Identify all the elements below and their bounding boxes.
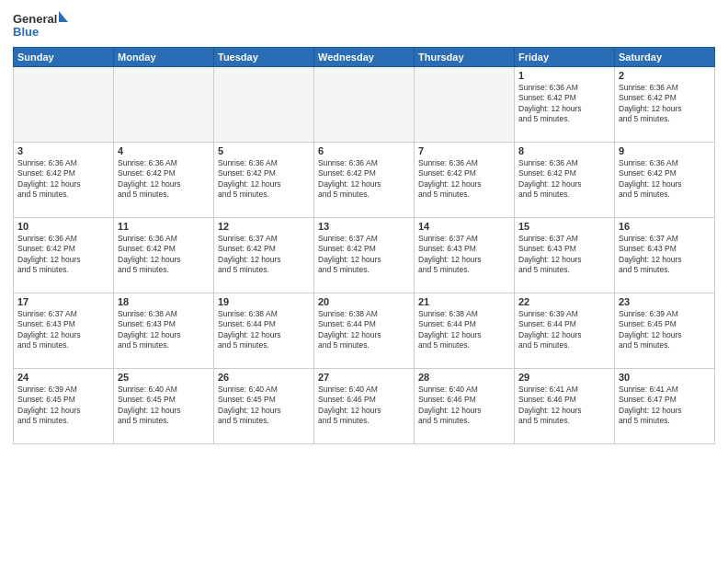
day-info: Sunrise: 6:37 AM Sunset: 6:43 PM Dayligh… — [418, 234, 510, 276]
day-cell: 30Sunrise: 6:41 AM Sunset: 6:47 PM Dayli… — [615, 369, 715, 444]
day-cell: 1Sunrise: 6:36 AM Sunset: 6:42 PM Daylig… — [515, 67, 615, 143]
day-number: 12 — [218, 221, 310, 232]
day-cell — [415, 67, 515, 143]
day-info: Sunrise: 6:41 AM Sunset: 6:46 PM Dayligh… — [518, 385, 610, 427]
col-header-wednesday: Wednesday — [314, 48, 415, 67]
week-row-5: 24Sunrise: 6:39 AM Sunset: 6:45 PM Dayli… — [14, 369, 715, 444]
day-number: 21 — [418, 296, 510, 307]
day-cell: 15Sunrise: 6:37 AM Sunset: 6:43 PM Dayli… — [515, 218, 615, 293]
week-row-1: 1Sunrise: 6:36 AM Sunset: 6:42 PM Daylig… — [14, 67, 715, 143]
day-cell: 26Sunrise: 6:40 AM Sunset: 6:45 PM Dayli… — [214, 369, 314, 444]
day-number: 13 — [318, 221, 410, 232]
day-number: 28 — [418, 372, 510, 383]
day-number: 6 — [318, 145, 410, 156]
day-info: Sunrise: 6:39 AM Sunset: 6:44 PM Dayligh… — [518, 309, 610, 351]
day-number: 1 — [518, 70, 610, 81]
day-cell: 22Sunrise: 6:39 AM Sunset: 6:44 PM Dayli… — [515, 293, 615, 369]
day-cell: 20Sunrise: 6:38 AM Sunset: 6:44 PM Dayli… — [314, 293, 415, 369]
day-cell: 17Sunrise: 6:37 AM Sunset: 6:43 PM Dayli… — [14, 293, 114, 369]
day-cell — [14, 67, 114, 143]
day-number: 18 — [118, 296, 210, 307]
day-info: Sunrise: 6:36 AM Sunset: 6:42 PM Dayligh… — [17, 158, 109, 201]
day-cell: 5Sunrise: 6:36 AM Sunset: 6:42 PM Daylig… — [214, 143, 314, 218]
calendar-table: SundayMondayTuesdayWednesdayThursdayFrid… — [13, 47, 715, 444]
day-number: 16 — [619, 221, 711, 232]
day-number: 26 — [218, 372, 310, 383]
day-cell: 27Sunrise: 6:40 AM Sunset: 6:46 PM Dayli… — [314, 369, 415, 444]
day-info: Sunrise: 6:36 AM Sunset: 6:42 PM Dayligh… — [118, 234, 210, 276]
col-header-tuesday: Tuesday — [214, 48, 314, 67]
day-number: 22 — [518, 296, 610, 307]
calendar-header-row: SundayMondayTuesdayWednesdayThursdayFrid… — [14, 48, 715, 67]
day-cell: 9Sunrise: 6:36 AM Sunset: 6:42 PM Daylig… — [615, 143, 715, 218]
day-cell: 7Sunrise: 6:36 AM Sunset: 6:42 PM Daylig… — [415, 143, 515, 218]
col-header-friday: Friday — [515, 48, 615, 67]
day-number: 4 — [118, 145, 210, 156]
day-number: 17 — [17, 296, 109, 307]
day-cell: 14Sunrise: 6:37 AM Sunset: 6:43 PM Dayli… — [415, 218, 515, 293]
day-cell: 28Sunrise: 6:40 AM Sunset: 6:46 PM Dayli… — [415, 369, 515, 444]
svg-text:General: General — [13, 12, 57, 26]
week-row-2: 3Sunrise: 6:36 AM Sunset: 6:42 PM Daylig… — [14, 143, 715, 218]
day-cell: 12Sunrise: 6:37 AM Sunset: 6:42 PM Dayli… — [214, 218, 314, 293]
day-number: 5 — [218, 145, 310, 156]
day-number: 24 — [17, 372, 109, 383]
day-number: 23 — [619, 296, 711, 307]
day-number: 25 — [118, 372, 210, 383]
day-cell: 10Sunrise: 6:36 AM Sunset: 6:42 PM Dayli… — [14, 218, 114, 293]
day-info: Sunrise: 6:36 AM Sunset: 6:42 PM Dayligh… — [619, 83, 711, 125]
svg-marker-2 — [59, 11, 68, 22]
day-number: 29 — [518, 372, 610, 383]
day-info: Sunrise: 6:40 AM Sunset: 6:45 PM Dayligh… — [218, 385, 310, 427]
day-cell: 24Sunrise: 6:39 AM Sunset: 6:45 PM Dayli… — [14, 369, 114, 444]
day-number: 11 — [118, 221, 210, 232]
day-info: Sunrise: 6:40 AM Sunset: 6:45 PM Dayligh… — [118, 385, 210, 427]
day-number: 19 — [218, 296, 310, 307]
day-info: Sunrise: 6:36 AM Sunset: 6:42 PM Dayligh… — [17, 234, 109, 276]
day-number: 15 — [518, 221, 610, 232]
page-header: GeneralBlue — [13, 9, 715, 41]
day-cell: 11Sunrise: 6:36 AM Sunset: 6:42 PM Dayli… — [114, 218, 214, 293]
day-cell: 3Sunrise: 6:36 AM Sunset: 6:42 PM Daylig… — [14, 143, 114, 218]
day-number: 7 — [418, 145, 510, 156]
day-info: Sunrise: 6:38 AM Sunset: 6:44 PM Dayligh… — [418, 309, 510, 351]
day-cell: 21Sunrise: 6:38 AM Sunset: 6:44 PM Dayli… — [415, 293, 515, 369]
week-row-3: 10Sunrise: 6:36 AM Sunset: 6:42 PM Dayli… — [14, 218, 715, 293]
col-header-thursday: Thursday — [415, 48, 515, 67]
day-number: 8 — [518, 145, 610, 156]
day-cell: 13Sunrise: 6:37 AM Sunset: 6:42 PM Dayli… — [314, 218, 415, 293]
day-cell: 4Sunrise: 6:36 AM Sunset: 6:42 PM Daylig… — [114, 143, 214, 218]
day-info: Sunrise: 6:36 AM Sunset: 6:42 PM Dayligh… — [318, 158, 410, 201]
day-info: Sunrise: 6:37 AM Sunset: 6:42 PM Dayligh… — [218, 234, 310, 276]
svg-text:Blue: Blue — [13, 25, 39, 39]
day-number: 20 — [318, 296, 410, 307]
day-cell: 2Sunrise: 6:36 AM Sunset: 6:42 PM Daylig… — [615, 67, 715, 143]
day-number: 3 — [17, 145, 109, 156]
day-cell: 8Sunrise: 6:36 AM Sunset: 6:42 PM Daylig… — [515, 143, 615, 218]
day-info: Sunrise: 6:37 AM Sunset: 6:43 PM Dayligh… — [518, 234, 610, 276]
day-info: Sunrise: 6:37 AM Sunset: 6:43 PM Dayligh… — [619, 234, 711, 276]
day-info: Sunrise: 6:41 AM Sunset: 6:47 PM Dayligh… — [619, 385, 711, 427]
day-number: 2 — [619, 70, 711, 81]
day-info: Sunrise: 6:36 AM Sunset: 6:42 PM Dayligh… — [118, 158, 210, 201]
day-cell: 6Sunrise: 6:36 AM Sunset: 6:42 PM Daylig… — [314, 143, 415, 218]
day-cell: 25Sunrise: 6:40 AM Sunset: 6:45 PM Dayli… — [114, 369, 214, 444]
week-row-4: 17Sunrise: 6:37 AM Sunset: 6:43 PM Dayli… — [14, 293, 715, 369]
day-info: Sunrise: 6:36 AM Sunset: 6:42 PM Dayligh… — [518, 83, 610, 125]
day-info: Sunrise: 6:36 AM Sunset: 6:42 PM Dayligh… — [218, 158, 310, 201]
day-info: Sunrise: 6:36 AM Sunset: 6:42 PM Dayligh… — [418, 158, 510, 201]
day-info: Sunrise: 6:36 AM Sunset: 6:42 PM Dayligh… — [619, 158, 711, 201]
col-header-saturday: Saturday — [615, 48, 715, 67]
col-header-monday: Monday — [114, 48, 214, 67]
day-info: Sunrise: 6:38 AM Sunset: 6:44 PM Dayligh… — [318, 309, 410, 351]
day-info: Sunrise: 6:37 AM Sunset: 6:42 PM Dayligh… — [318, 234, 410, 276]
day-info: Sunrise: 6:40 AM Sunset: 6:46 PM Dayligh… — [418, 385, 510, 427]
day-cell: 16Sunrise: 6:37 AM Sunset: 6:43 PM Dayli… — [615, 218, 715, 293]
day-cell: 18Sunrise: 6:38 AM Sunset: 6:43 PM Dayli… — [114, 293, 214, 369]
day-info: Sunrise: 6:38 AM Sunset: 6:43 PM Dayligh… — [118, 309, 210, 351]
day-number: 30 — [619, 372, 711, 383]
day-info: Sunrise: 6:39 AM Sunset: 6:45 PM Dayligh… — [17, 385, 109, 427]
day-cell: 19Sunrise: 6:38 AM Sunset: 6:44 PM Dayli… — [214, 293, 314, 369]
day-cell — [214, 67, 314, 143]
day-info: Sunrise: 6:36 AM Sunset: 6:42 PM Dayligh… — [518, 158, 610, 201]
